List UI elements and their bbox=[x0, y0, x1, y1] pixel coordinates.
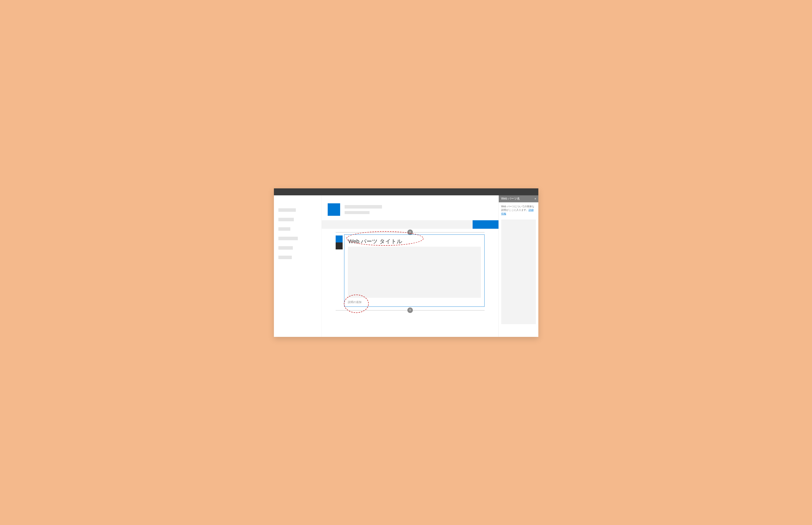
nav-item-placeholder[interactable] bbox=[278, 208, 296, 212]
property-pane-content-placeholder bbox=[501, 220, 536, 324]
property-pane: Web パーツ名 × Web パーツについての簡単な説明がここに入ります。詳細情… bbox=[499, 195, 538, 337]
page-canvas: Web パーツ タイトル 説明の追加 bbox=[322, 195, 499, 337]
webpart-row: Web パーツ タイトル 説明の追加 bbox=[335, 235, 485, 307]
nav-item-placeholder[interactable] bbox=[278, 246, 293, 250]
add-webpart-button[interactable] bbox=[407, 308, 413, 313]
site-title-block bbox=[345, 205, 382, 214]
webpart-caption-input[interactable]: 説明の追加 bbox=[348, 298, 481, 304]
webpart-content-placeholder bbox=[348, 247, 481, 298]
webpart-toolbar bbox=[335, 236, 343, 250]
nav-item-placeholder[interactable] bbox=[278, 227, 290, 231]
webpart-title-input[interactable]: Web パーツ タイトル bbox=[348, 237, 481, 247]
app-body: Web パーツ タイトル 説明の追加 bbox=[274, 195, 538, 337]
left-nav bbox=[274, 195, 322, 337]
site-header bbox=[322, 195, 499, 220]
site-subtitle-placeholder bbox=[345, 211, 370, 214]
edit-webpart-handle[interactable] bbox=[335, 236, 343, 242]
add-section-divider-bottom bbox=[335, 310, 485, 311]
nav-item-placeholder[interactable] bbox=[278, 218, 294, 221]
nav-item-placeholder[interactable] bbox=[278, 237, 298, 240]
app-window: Web パーツ タイトル 説明の追加 bbox=[274, 189, 538, 337]
property-pane-header: Web パーツ名 × bbox=[499, 195, 538, 202]
window-titlebar bbox=[274, 189, 538, 195]
site-logo bbox=[328, 203, 340, 216]
plus-icon bbox=[409, 230, 411, 235]
primary-action-button[interactable] bbox=[473, 220, 499, 229]
property-pane-description: Web パーツについての簡単な説明がここに入ります。詳細情報 bbox=[499, 202, 538, 218]
plus-icon bbox=[409, 308, 411, 313]
property-pane-title: Web パーツ名 bbox=[501, 197, 520, 201]
close-icon[interactable]: × bbox=[534, 197, 536, 200]
site-title-placeholder bbox=[345, 205, 382, 209]
add-section-divider-top bbox=[335, 232, 485, 232]
editing-canvas: Web パーツ タイトル 説明の追加 bbox=[322, 229, 499, 337]
webpart-selection[interactable]: Web パーツ タイトル 説明の追加 bbox=[344, 235, 485, 307]
command-bar bbox=[322, 220, 499, 229]
nav-item-placeholder[interactable] bbox=[278, 256, 292, 259]
move-webpart-handle[interactable] bbox=[335, 242, 343, 250]
